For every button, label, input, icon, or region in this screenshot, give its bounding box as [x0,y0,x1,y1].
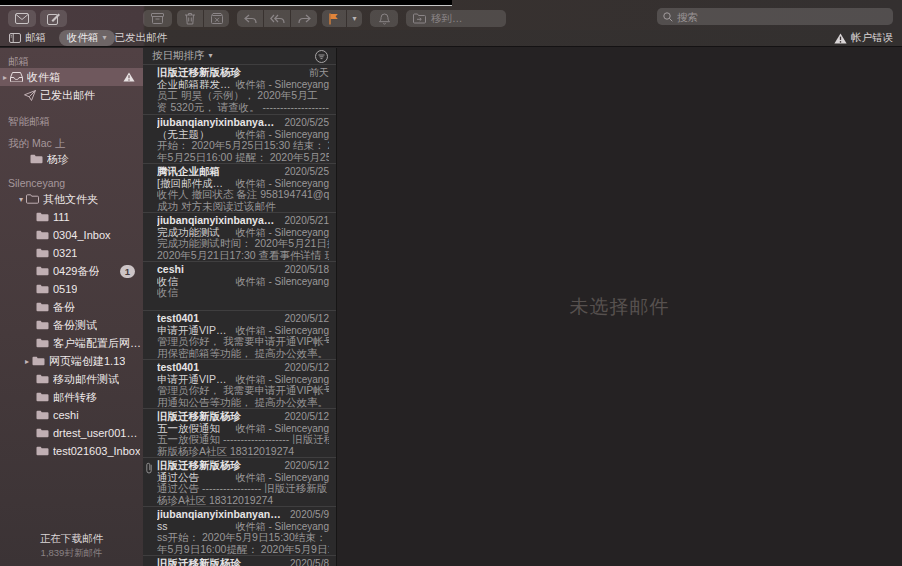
warning-icon[interactable] [123,72,135,82]
sidebar-folder[interactable]: 0321 [0,244,143,262]
sidebar-item-label: 其他文件夹 [43,192,98,207]
search-field[interactable] [657,8,893,25]
mail-preview: 用保密邮箱等功能， 提高办公效率。 -----... [157,348,329,360]
mail-list-item[interactable]: jiubanqianyixinbanyangzhen...2020/5/9 ss… [143,506,336,555]
mail-list-item[interactable]: 旧版迁移新版杨珍2020/5/8 [143,555,336,566]
move-to-button[interactable]: 移到… [406,10,506,27]
sidebar-toggle-icon [9,33,21,43]
sidebar-folder[interactable]: 0304_Inbox [0,226,143,244]
flag-menu-button[interactable]: ▾ [347,10,362,27]
trash-icon [185,13,195,25]
sidebar-item-label: 邮件转移 [53,390,97,405]
sidebar-item-label: 收件箱 [27,70,60,85]
account-error-button[interactable]: 帐户错误 [834,31,893,45]
mute-button[interactable] [370,10,398,27]
envelope-icon [15,13,29,24]
sidebar-folder[interactable]: 客户端配置后网页... [0,334,143,352]
disclosure-triangle-icon[interactable]: ▾ [16,195,26,204]
junk-button[interactable] [204,10,229,27]
download-status: 正在下载邮件 1,839封新邮件 [0,532,143,566]
mail-mailbox: 收件箱 - Silenceyang [236,129,329,141]
sidebar-folder-yangzhen[interactable]: 杨珍 [0,150,143,168]
chevron-down-icon: ▾ [352,15,356,23]
sidebar-folder[interactable]: 移动邮件测试 [0,370,143,388]
mail-date: 2020/5/25 [285,166,330,178]
mail-mailbox: 收件箱 - Silenceyang [236,276,329,288]
sidebar-item-label: 杨珍 [47,152,69,167]
mailbox-list-toggle[interactable]: 邮箱 [9,31,46,45]
sidebar-folder[interactable]: 备份 [0,298,143,316]
sidebar-item-label: test021603_Inbox [53,445,140,457]
sidebar-folder[interactable]: ceshi [0,406,143,424]
mail-list-item[interactable]: test04012020/5/12 申请开通VIP帐号收件箱 - Silence… [143,310,336,359]
tab-sent[interactable]: 已发出邮件 [115,31,168,45]
compose-icon [47,13,60,25]
mail-preview: 杨珍A社区 18312019274 [157,495,329,507]
paperclip-icon [145,462,153,474]
mail-preview: 员工 明昊（示例）， 2020年5月工 [157,90,329,102]
mail-list-item[interactable]: jiubanqianyixinbanyangzhe...2020/5/21 完成… [143,212,336,261]
get-mail-button[interactable] [8,10,36,27]
mail-date: 2020/5/21 [285,215,330,227]
mail-sender: 旧版迁移新版杨珍 [157,67,305,79]
folder-icon [36,302,49,312]
sidebar-folder[interactable]: 备份测试 [0,316,143,334]
sidebar-folder[interactable]: 111 [0,208,143,226]
flag-group: ▾ [322,10,362,27]
mail-mailbox: 收件箱 - Silenceyang [236,374,329,386]
flag-button[interactable] [322,10,346,27]
filter-icon[interactable] [315,50,328,63]
sort-by-button[interactable]: 按日期排序 [152,49,205,63]
sidebar-item-other-folders[interactable]: ▾ 其他文件夹 [0,190,143,208]
mail-preview: 年5月9日16:00提醒： 2020年5月9日15:... [157,544,329,556]
forward-button[interactable] [291,10,317,27]
delete-button[interactable] [177,10,203,27]
mail-preview: 开始： 2020年5月25日15:30 结束： 2020 [157,140,329,152]
sidebar-folder[interactable]: 0429备份 1 [0,262,143,280]
reply-button[interactable] [237,10,263,27]
mail-list-item[interactable]: test04012020/5/12 申请开通VIP帐号收件箱 - Silence… [143,359,336,408]
message-list-header: 按日期排序 ▾ [143,48,336,65]
mail-list-item[interactable]: ceshi2020/5/18 收信收件箱 - Silenceyang 收信 [143,261,336,310]
chevron-down-icon: ▾ [103,34,107,42]
sidebar-item-inbox[interactable]: ▸ 收件箱 [0,68,143,86]
mail-list-item[interactable]: 旧版迁移新版杨珍2020/5/12 通过公告收件箱 - Silenceyang … [143,457,336,506]
archive-icon [151,13,164,24]
compose-button[interactable] [40,10,67,27]
disclosure-triangle-icon[interactable]: ▸ [0,73,10,82]
mail-list-item[interactable]: 旧版迁移新版杨珍2020/5/12 五一放假通知收件箱 - Silenceyan… [143,408,336,457]
mail-list-item[interactable]: 腾讯企业邮箱2020/5/25 [撤回邮件成功] (无主...收件箱 - Sil… [143,163,336,212]
bell-icon [379,13,390,25]
mail-subject: [撤回邮件成功] (无主... [157,178,232,190]
status-text: 正在下载邮件 [0,532,143,546]
archive-button[interactable] [143,10,172,27]
sidebar-folder[interactable]: 邮件转移 [0,388,143,406]
reply-all-button[interactable] [264,10,290,27]
sidebar-folder[interactable]: ▸ 网页端创建1.13 [0,352,143,370]
mail-list-item[interactable]: 旧版迁移新版杨珍前天 企业邮箱群发模版 (1)收件箱 - Silenceyang… [143,65,336,114]
search-input[interactable] [677,11,887,23]
sidebar-folder[interactable]: 0519 [0,280,143,298]
mail-sender: 旧版迁移新版杨珍 [157,460,281,472]
message-list: 按日期排序 ▾ 旧版迁移新版杨珍前天 企业邮箱群发模版 (1)收件箱 - Sil… [143,48,337,566]
sidebar-folder[interactable]: drtest_user001_Inbox [0,424,143,442]
disclosure-triangle-icon[interactable]: ▸ [22,357,32,366]
mail-preview: 年5月25日16:00 提醒： 2020年5月25日... [157,152,329,164]
favorites-bar: 邮箱 收件箱 ▾ 已发出邮件 帐户错误 [0,30,902,47]
tab-inbox[interactable]: 收件箱 ▾ [59,30,115,46]
unread-count-badge: 1 [120,265,135,278]
mail-subject: （无主题） [157,129,232,141]
reading-pane: 未选择邮件 [337,48,902,566]
mail-sender: jiubanqianyixinbanyangzhe... [157,117,281,129]
sidebar-item-label: 移动邮件测试 [53,372,119,387]
sidebar-item-label: 备份 [53,300,75,315]
mail-list-item[interactable]: jiubanqianyixinbanyangzhe...2020/5/25 （无… [143,114,336,163]
mailbox-sidebar: 邮箱 ▸ 收件箱 已发出邮件 智能邮箱 我的 Mac 上 [0,48,143,566]
mail-date: 2020/5/8 [290,558,329,566]
sidebar-folder[interactable]: test021603_Inbox [0,442,143,460]
sidebar-item-sent[interactable]: 已发出邮件 [0,86,143,104]
mail-date: 2020/5/12 [285,313,330,325]
forward-icon [298,14,311,24]
mail-preview: 完成功能测试时间： 2020年5月21日提醒： [157,238,329,250]
mail-preview: 用通知公告等功能， 提高办公效率。 -----... [157,397,329,409]
